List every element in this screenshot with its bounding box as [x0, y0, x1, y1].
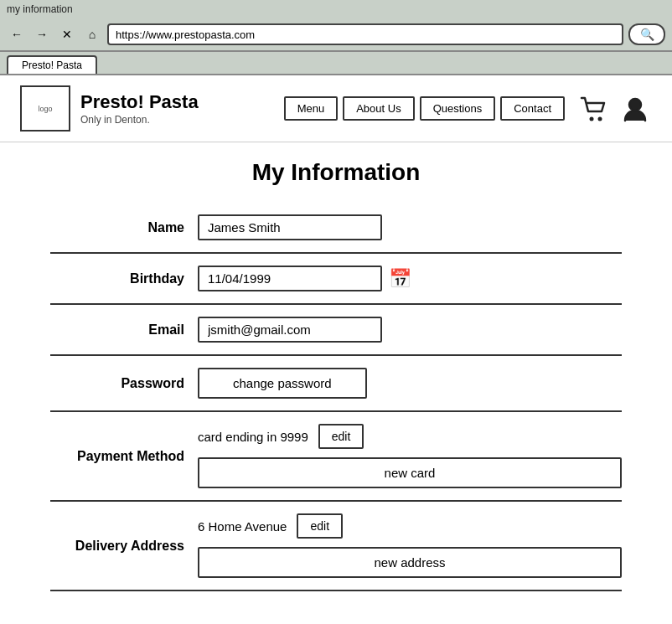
card-text: card ending in 9999: [198, 430, 308, 444]
address-top: 6 Home Avenue edit: [198, 513, 622, 539]
payment-top: card ending in 9999 edit: [198, 424, 622, 449]
main-content: My Information Name Birthday 📅 Email: [0, 142, 672, 616]
name-input[interactable]: [198, 214, 382, 240]
window-title-bar: my information: [0, 0, 672, 18]
cart-icon: [580, 96, 607, 121]
address-field: 6 Home Avenue edit new address: [198, 513, 622, 578]
birthday-row: Birthday 📅: [50, 254, 622, 305]
payment-label: Payment Method: [50, 449, 184, 464]
nav-links: Menu About Us Questions Contact: [284, 96, 565, 121]
brand-tagline: Only in Denton.: [80, 114, 199, 126]
password-row: Password change password: [50, 356, 622, 412]
address-label: Delivery Address: [50, 539, 184, 554]
password-field: change password: [198, 368, 622, 399]
close-button[interactable]: ✕: [57, 24, 77, 44]
payment-edit-button[interactable]: edit: [318, 424, 364, 449]
address-edit-button[interactable]: edit: [297, 513, 343, 539]
page-title: My Information: [50, 159, 622, 186]
search-button[interactable]: 🔍: [628, 23, 665, 45]
nav-contact[interactable]: Contact: [500, 96, 565, 121]
calendar-icon[interactable]: 📅: [389, 268, 411, 290]
page-content: logo Presto! Pasta Only in Denton. Menu …: [0, 75, 672, 624]
nav-questions[interactable]: Questions: [420, 96, 496, 121]
logo-label: logo: [38, 105, 52, 113]
browser-tab-bar: Presto! Pasta: [0, 52, 672, 75]
nav-icons: [576, 93, 652, 125]
email-input[interactable]: [198, 317, 382, 343]
email-field: [198, 317, 622, 343]
window-title: my information: [7, 3, 73, 15]
svg-point-0: [590, 116, 594, 121]
back-button[interactable]: ←: [7, 24, 27, 44]
birthday-input-group: 📅: [198, 266, 622, 291]
birthday-input[interactable]: [198, 266, 382, 291]
user-button[interactable]: [618, 93, 652, 125]
site-header: logo Presto! Pasta Only in Denton. Menu …: [0, 75, 672, 142]
home-button[interactable]: ⌂: [82, 24, 102, 44]
user-icon: [622, 95, 649, 122]
change-password-button[interactable]: change password: [198, 368, 367, 399]
svg-point-2: [629, 99, 641, 111]
browser-chrome: ← → ✕ ⌂ 🔍: [0, 18, 672, 52]
name-label: Name: [50, 220, 184, 235]
address-text: 6 Home Avenue: [198, 519, 287, 534]
name-field: [198, 214, 622, 240]
name-row: Name: [50, 203, 622, 254]
email-row: Email: [50, 305, 622, 356]
brand-name: Presto! Pasta: [80, 91, 199, 113]
address-row: Delivery Address 6 Home Avenue edit new …: [50, 502, 622, 591]
svg-point-1: [598, 116, 602, 121]
logo: logo: [20, 85, 70, 132]
nav-about[interactable]: About Us: [343, 96, 414, 121]
birthday-field: 📅: [198, 266, 622, 291]
active-tab[interactable]: Presto! Pasta: [7, 55, 97, 74]
email-label: Email: [50, 322, 184, 338]
new-card-button[interactable]: new card: [198, 457, 622, 488]
birthday-label: Birthday: [50, 271, 184, 286]
brand-info: Presto! Pasta Only in Denton.: [80, 91, 199, 125]
nav-menu[interactable]: Menu: [284, 96, 339, 121]
payment-row: Payment Method card ending in 9999 edit …: [50, 412, 622, 502]
url-bar[interactable]: [107, 23, 623, 45]
payment-field: card ending in 9999 edit new card: [198, 424, 622, 488]
password-label: Password: [50, 376, 184, 391]
new-address-button[interactable]: new address: [198, 547, 622, 578]
forward-button[interactable]: →: [32, 24, 52, 44]
cart-button[interactable]: [576, 93, 610, 125]
